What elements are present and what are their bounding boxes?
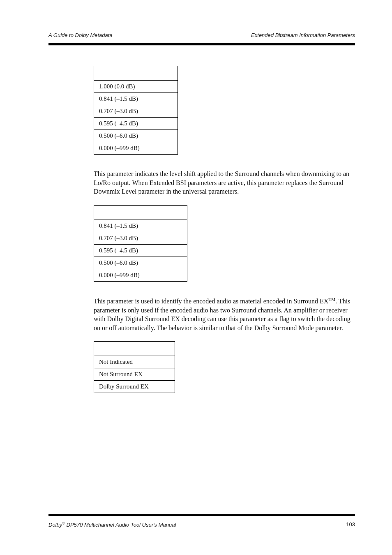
- footer-rule-thick: [48, 514, 355, 516]
- registered-mark: ®: [62, 521, 65, 525]
- loro-center-table: 1.000 (0.0 dB) 0.841 (–1.5 dB) 0.707 (–3…: [94, 66, 178, 155]
- table-row: 0.500 (–6.0 dB): [94, 130, 178, 142]
- content-area: 1.000 (0.0 dB) 0.841 (–1.5 dB) 0.707 (–3…: [48, 66, 355, 393]
- running-header: A Guide to Dolby Metadata Extended Bitst…: [48, 32, 355, 42]
- table-row: 0.595 (–4.5 dB): [94, 244, 187, 257]
- table-row: 0.000 (–999 dB): [94, 142, 178, 155]
- table-row: 0.595 (–4.5 dB): [94, 118, 178, 130]
- footer-rule-thin: [48, 517, 355, 517]
- table-row: 1.000 (0.0 dB): [94, 81, 178, 93]
- loro-surround-table: 0.841 (–1.5 dB) 0.707 (–3.0 dB) 0.595 (–…: [94, 205, 187, 282]
- footer-area: Dolby® DP570 Multichannel Audio Tool Use…: [48, 514, 355, 528]
- header-rule-thick: [48, 43, 355, 45]
- table-row: 0.841 (–1.5 dB): [94, 220, 187, 232]
- trademark-tm: TM: [328, 297, 335, 302]
- header-rule-thin: [48, 46, 355, 46]
- p2-part-a: This parameter is used to identify the e…: [94, 298, 328, 305]
- table-row: 0.000 (–999 dB): [94, 269, 187, 281]
- table-header: [94, 342, 175, 356]
- table-row: 0.841 (–1.5 dB): [94, 93, 178, 105]
- surround-ex-table: Not Indicated Not Surround EX Dolby Surr…: [94, 341, 175, 393]
- table-row: 0.707 (–3.0 dB): [94, 105, 178, 118]
- table-row: Not Indicated: [94, 356, 175, 368]
- table-header: [94, 205, 187, 220]
- table-row: Not Surround EX: [94, 368, 175, 381]
- paragraph-loro-surround: This parameter indicates the level shift…: [94, 169, 355, 196]
- table-row: 0.707 (–3.0 dB): [94, 232, 187, 244]
- paragraph-surround-ex: This parameter is used to identify the e…: [94, 296, 355, 333]
- page-number: 103: [346, 521, 355, 528]
- table-header: [94, 66, 178, 81]
- footer-left: Dolby® DP570 Multichannel Audio Tool Use…: [48, 521, 176, 528]
- table-row: Dolby Surround EX: [94, 381, 175, 393]
- footer-product: DP570 Multichannel Audio Tool User's Man…: [65, 522, 176, 528]
- footer-brand: Dolby: [48, 522, 62, 528]
- table-row: 0.500 (–6.0 dB): [94, 257, 187, 269]
- header-left: A Guide to Dolby Metadata: [48, 32, 113, 38]
- header-right: Extended Bitstream Information Parameter…: [251, 32, 355, 38]
